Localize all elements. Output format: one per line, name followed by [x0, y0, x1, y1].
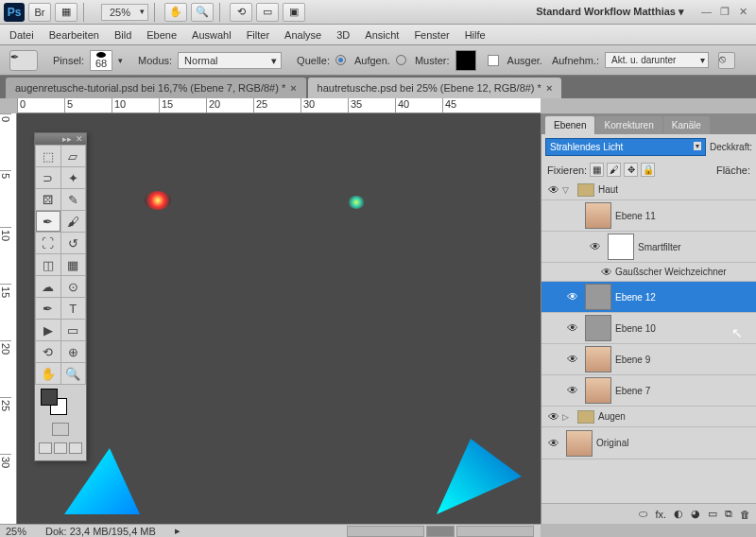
menu-bild[interactable]: Bild [114, 29, 131, 41]
pen-tool[interactable]: ✒ [36, 298, 60, 319]
3d-tool[interactable]: ⟲ [36, 341, 60, 362]
stamp-tool[interactable]: ⛶ [36, 233, 60, 253]
layer-row[interactable]: Ebene 11 [541, 200, 756, 232]
quickmask-toggle[interactable] [35, 419, 86, 440]
visibility-eye-icon[interactable]: 👁 [564, 290, 581, 303]
layer-row[interactable]: 👁Ebene 12 [541, 282, 756, 313]
eyedropper-tool[interactable]: ✎ [61, 189, 86, 210]
blur-tool[interactable]: ☁ [36, 276, 60, 297]
document-tab[interactable]: augenretusche-tutorial.psd bei 16,7% (Eb… [6, 78, 306, 98]
menu-3d[interactable]: 3D [336, 29, 350, 41]
lasso-tool[interactable]: ⊃ [36, 167, 60, 188]
layer-thumbnail[interactable] [585, 202, 611, 229]
menu-hilfe[interactable]: Hilfe [465, 29, 486, 41]
zoom-tool[interactable]: 🔍 [61, 363, 86, 384]
screenmode-buttons[interactable] [35, 440, 86, 460]
dodge-tool[interactable]: ⊙ [61, 276, 86, 297]
move-tool[interactable]: ⬚ [36, 146, 60, 166]
blend-mode-dropdown[interactable]: Normal [178, 52, 282, 69]
rotate-view-button[interactable]: ⟲ [230, 3, 252, 22]
healing-brush-tool[interactable]: ✒ [36, 211, 60, 232]
visibility-eye-icon[interactable]: 👁 [564, 384, 581, 397]
layer-action-icon[interactable]: ◐ [674, 508, 683, 520]
lock-pixels-icon[interactable]: 🖌 [607, 163, 621, 177]
layer-thumbnail[interactable] [566, 430, 593, 457]
menu-analyse[interactable]: Analyse [284, 29, 321, 41]
window-close-icon[interactable]: ✕ [739, 6, 752, 19]
panel-header[interactable]: ▸▸✕ [35, 133, 86, 145]
shape-tool[interactable]: ▭ [61, 320, 86, 340]
eraser-tool[interactable]: ◫ [36, 254, 60, 275]
visibility-eye-icon[interactable]: 👁 [545, 437, 562, 450]
disclosure-arrow-icon[interactable]: ▷ [562, 412, 574, 422]
visibility-eye-icon[interactable]: 👁 [564, 321, 581, 335]
sample-dropdown[interactable]: Akt. u. darunter [605, 52, 709, 68]
layer-name[interactable]: Ebene 12 [615, 292, 752, 303]
visibility-eye-icon[interactable]: 👁 [545, 183, 562, 197]
panel-tab-ebenen[interactable]: Ebenen [545, 116, 594, 134]
crop-tool[interactable]: ⚄ [36, 189, 60, 210]
menu-datei[interactable]: Datei [9, 29, 34, 41]
status-zoom[interactable]: 25% [6, 526, 26, 537]
lock-all-icon[interactable]: 🔒 [641, 163, 655, 177]
visibility-eye-icon[interactable]: 👁 [598, 266, 615, 279]
workspace-switcher[interactable]: Standard Workflow Matthias ▾ [524, 6, 696, 18]
brush-tool[interactable]: 🖌 [61, 211, 86, 232]
horizontal-scrollbar[interactable] [346, 526, 535, 537]
panel-tab-kanäle[interactable]: Kanäle [663, 116, 710, 134]
layer-action-icon[interactable]: ▭ [708, 508, 717, 520]
visibility-eye-icon[interactable]: 👁 [545, 410, 562, 424]
layer-name[interactable]: Ebene 10 [615, 323, 752, 334]
layer-blend-dropdown[interactable]: Strahlendes Licht [545, 138, 706, 156]
menu-ebene[interactable]: Ebene [146, 29, 177, 41]
source-pattern-radio[interactable] [396, 55, 406, 65]
layer-action-icon[interactable]: 🗑 [740, 509, 750, 520]
layer-row[interactable]: 👁Ebene 10 [541, 313, 756, 344]
layer-row[interactable]: 👁Ebene 7 [541, 375, 756, 407]
status-doc-size[interactable]: Dok: 23,4 MB/195,4 MB [45, 526, 156, 537]
layer-name[interactable]: Original [596, 438, 752, 448]
lock-position-icon[interactable]: ✥ [624, 163, 638, 177]
quickselect-tool[interactable]: ✦ [61, 167, 86, 188]
panel-tab-korrekturen[interactable]: Korrekturen [595, 116, 662, 134]
close-tab-icon[interactable]: × [290, 82, 296, 94]
layer-thumbnail[interactable] [585, 377, 611, 404]
layer-row[interactable]: 👁Original [541, 427, 756, 459]
window-restore-icon[interactable]: ❐ [720, 6, 733, 19]
hand-tool-button[interactable]: ✋ [164, 3, 187, 22]
layer-row[interactable]: 👁Gaußscher Weichzeichner [541, 263, 756, 282]
ignore-adjust-icon[interactable]: ⦸ [718, 52, 735, 69]
path-select-tool[interactable]: ▶ [36, 320, 60, 340]
layer-name[interactable]: Gaußscher Weichzeichner [615, 267, 752, 277]
close-tab-icon[interactable]: × [546, 82, 552, 94]
screen-mode-button[interactable]: ▣ [283, 3, 305, 22]
color-swatches[interactable] [35, 385, 86, 419]
hand-tool[interactable]: ✋ [36, 363, 60, 384]
pattern-swatch[interactable] [455, 50, 476, 71]
layer-name[interactable]: Ebene 7 [615, 386, 752, 396]
brush-preset-picker[interactable]: 68 [90, 50, 112, 71]
layer-row[interactable]: 👁▷Augen [541, 407, 756, 427]
3d-camera-tool[interactable]: ⊕ [61, 341, 86, 362]
lock-transparent-icon[interactable]: ▦ [590, 163, 604, 177]
visibility-eye-icon[interactable]: 👁 [564, 353, 581, 366]
disclosure-arrow-icon[interactable]: ▽ [562, 185, 574, 195]
menu-filter[interactable]: Filter [247, 29, 269, 41]
type-tool[interactable]: T [61, 298, 86, 319]
layer-thumbnail[interactable] [585, 315, 611, 341]
window-minimize-icon[interactable]: — [701, 6, 714, 19]
layer-action-icon[interactable]: ⬭ [639, 508, 647, 520]
aligned-checkbox[interactable] [488, 55, 499, 66]
zoom-dropdown[interactable]: 25% [101, 4, 148, 21]
layer-action-icon[interactable]: fx. [655, 509, 666, 520]
layer-row[interactable]: 👁Smartfilter [541, 232, 756, 263]
canvas[interactable] [17, 113, 541, 524]
menu-fenster[interactable]: Fenster [414, 29, 449, 41]
layer-row[interactable]: 👁Ebene 9 [541, 344, 756, 375]
minibridge-button[interactable]: ▦ [55, 3, 77, 22]
history-brush-tool[interactable]: ↺ [61, 233, 86, 253]
gradient-tool[interactable]: ▦ [61, 254, 86, 275]
smartfilter-mask-thumb[interactable] [608, 234, 634, 260]
document-tab[interactable]: hautretusche.psd bei 25% (Ebene 12, RGB/… [308, 78, 562, 98]
source-sampled-radio[interactable] [335, 55, 346, 65]
